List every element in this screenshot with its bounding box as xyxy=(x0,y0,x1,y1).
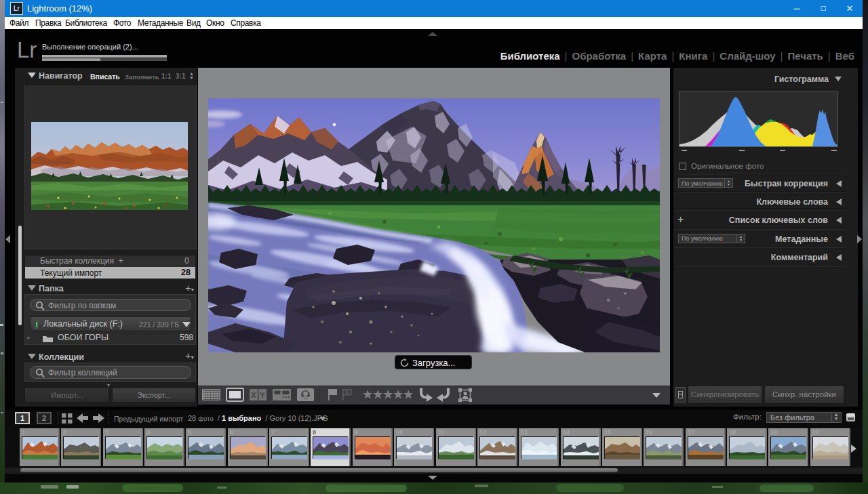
svg-text:X: X xyxy=(251,391,256,399)
svg-text:Y: Y xyxy=(260,391,265,399)
